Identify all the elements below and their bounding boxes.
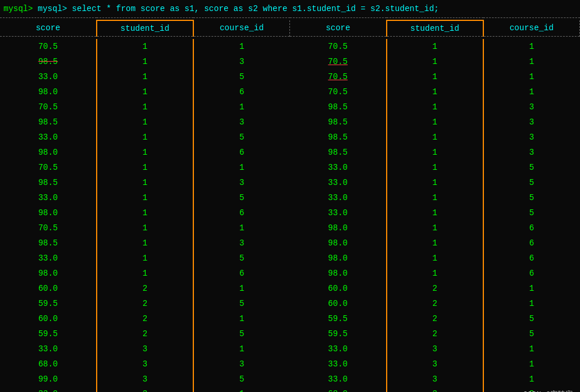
table-row: 33.0 3 1 33.0 3 1 xyxy=(0,341,580,357)
cell: 3 xyxy=(387,341,483,357)
cell: 1 xyxy=(97,175,193,190)
table-row: 33.0 1 5 98.0 1 6 xyxy=(0,251,580,266)
cell: 1 xyxy=(97,130,193,145)
cell: 3 xyxy=(387,357,483,372)
table-row: 70.5 1 1 70.5 1 1 xyxy=(0,39,580,54)
cell: 98.0 xyxy=(290,220,387,236)
cell: 33.0 xyxy=(290,205,387,220)
cell: 5 xyxy=(483,326,580,341)
terminal: mysql> mysql> select * from score as s1,… xyxy=(0,0,580,392)
cell: 70.5 xyxy=(0,220,97,236)
table-row: 98.5 1 3 98.5 1 3 xyxy=(0,115,580,130)
cell: 98.0 xyxy=(0,84,97,99)
cell: 2 xyxy=(387,296,483,311)
cell: 1 xyxy=(483,357,580,372)
cell: 60.0 xyxy=(290,296,387,311)
cell: 33.0 xyxy=(290,357,387,372)
cell: 3 xyxy=(193,54,290,69)
cell: 3 xyxy=(193,357,290,372)
cell: 1 xyxy=(97,145,193,160)
cell: 33.0 xyxy=(0,251,97,266)
cell: 1 xyxy=(387,84,483,99)
cell: 1 xyxy=(97,251,193,266)
cell: 5 xyxy=(193,372,290,387)
cell: 98.5 xyxy=(0,115,97,130)
cell: 1 xyxy=(387,130,483,145)
cell: 1 xyxy=(387,220,483,236)
col-header-student1: student_id xyxy=(97,20,193,37)
cell: 1 xyxy=(193,160,290,175)
cell: 1 xyxy=(97,190,193,205)
cell: 68.0 xyxy=(290,387,387,393)
cell: 98.5 xyxy=(0,54,97,69)
cell: 98.0 xyxy=(0,145,97,160)
cell: 33.0 xyxy=(290,372,387,387)
cell: 70.5 xyxy=(290,54,387,69)
cell: 33.0 xyxy=(0,341,97,357)
cell: 99.0 xyxy=(0,372,97,387)
cell: 1 xyxy=(483,296,580,311)
cell: 3 xyxy=(483,130,580,145)
cell: 1 xyxy=(193,281,290,296)
prompt: mysql> xyxy=(3,4,38,13)
cell: 2 xyxy=(97,296,193,311)
cell: 70.5 xyxy=(0,160,97,175)
col-header-student2: student_id xyxy=(387,20,483,37)
cell: 1 xyxy=(483,69,580,84)
cell: 98.5 xyxy=(290,99,387,115)
cell: 1 xyxy=(193,39,290,54)
table-row: 98.5 1 3 70.5 1 1 xyxy=(0,54,580,69)
cell: 1 xyxy=(387,236,483,251)
cell: 5 xyxy=(193,326,290,341)
cell: 6 xyxy=(193,145,290,160)
cell: 1 xyxy=(387,145,483,160)
cell: 1 xyxy=(97,84,193,99)
cell: 1 xyxy=(387,175,483,190)
table-row: 99.0 3 5 33.0 3 1 xyxy=(0,372,580,387)
cell: 59.5 xyxy=(290,311,387,326)
cell: 33.0 xyxy=(0,69,97,84)
cell: 1 xyxy=(97,220,193,236)
cell: 1 xyxy=(193,341,290,357)
command-line: mysql> mysql> select * from score as s1,… xyxy=(0,0,580,17)
cell: 1 xyxy=(193,99,290,115)
cell: 70.5 xyxy=(0,39,97,54)
cell: 1 xyxy=(97,160,193,175)
cell: 6 xyxy=(193,84,290,99)
cell: 1 xyxy=(387,69,483,84)
col-header-course1: course_id xyxy=(193,20,290,37)
cell: 1 xyxy=(387,39,483,54)
watermark: CSDN @安陵容 xyxy=(523,389,573,393)
cell: 1 xyxy=(387,251,483,266)
cell: 59.5 xyxy=(290,326,387,341)
cell: 5 xyxy=(193,69,290,84)
cell: 6 xyxy=(483,266,580,281)
table-row: 98.0 1 6 33.0 1 5 xyxy=(0,205,580,220)
cell: 6 xyxy=(193,205,290,220)
cell: 3 xyxy=(97,357,193,372)
cell: 70.5 xyxy=(290,69,387,84)
cell: 33.0 xyxy=(290,160,387,175)
cell: 70.5 xyxy=(290,84,387,99)
cell: 3 xyxy=(193,175,290,190)
cell: 1 xyxy=(97,205,193,220)
cell: 1 xyxy=(483,281,580,296)
top-divider xyxy=(0,18,580,20)
cell: 5 xyxy=(483,205,580,220)
cell: 1 xyxy=(97,236,193,251)
header-row: score student_id course_id score student… xyxy=(0,20,580,37)
cell: 3 xyxy=(483,99,580,115)
table-row: 33.0 1 5 70.5 1 1 xyxy=(0,69,580,84)
cell: 3 xyxy=(387,372,483,387)
cell: 33.0 xyxy=(290,341,387,357)
cell: 2 xyxy=(387,281,483,296)
table-row: 33.0 3 1 68.0 3 3 xyxy=(0,387,580,393)
table-row: 70.5 1 1 98.0 1 6 xyxy=(0,220,580,236)
cell: 1 xyxy=(387,54,483,69)
cell: 1 xyxy=(483,39,580,54)
cell: 1 xyxy=(97,69,193,84)
cell: 6 xyxy=(483,251,580,266)
cell: 1 xyxy=(387,266,483,281)
cell: 70.5 xyxy=(290,39,387,54)
cell: 98.0 xyxy=(290,251,387,266)
